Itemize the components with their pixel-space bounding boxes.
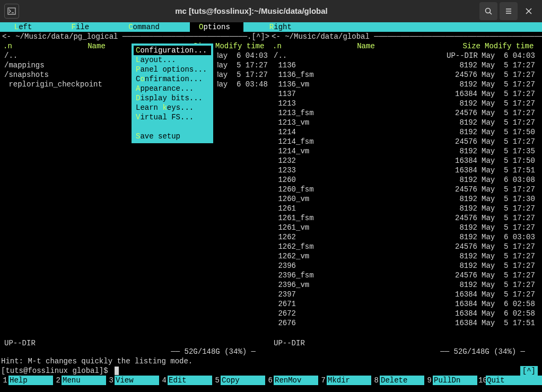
fkey-menu[interactable]: 2Menu [53, 376, 106, 385]
dd-panel-options[interactable]: Panel options... [134, 65, 211, 74]
dd-configuration[interactable]: Configuration... [134, 46, 211, 55]
fkey-pulldn[interactable]: 9PullDn [424, 376, 477, 385]
table-row[interactable]: 12618192May 5 17:27 [272, 204, 536, 213]
panel-right-footer: UP--DIR [272, 337, 536, 347]
panel-right-path: <- ~/Music/data/global ─────────────────… [272, 32, 536, 41]
col-size: Size [450, 41, 483, 51]
dd-confirmation[interactable]: Confirmation... [134, 74, 211, 84]
table-row[interactable]: 2396_fsm24576May 5 17:27 [272, 271, 536, 280]
table-row[interactable]: 2396_vm8192May 5 17:27 [272, 280, 536, 290]
table-row[interactable]: 123316384May 5 17:51 [272, 165, 536, 175]
table-row[interactable]: 1136_vm8192May 5 17:27 [272, 80, 536, 89]
cursor [115, 367, 119, 375]
table-row[interactable]: 1260_vm8192May 5 17:30 [272, 194, 536, 204]
table-row[interactable]: 267216384May 6 02:58 [272, 309, 536, 318]
panel-left-footer: UP--DIR [2, 337, 266, 347]
table-row[interactable]: 23968192May 5 17:27 [272, 261, 536, 271]
panel-left-disk: ── 52G/148G (34%) ─ [2, 347, 266, 356]
workspace: <- ~/Music/data/pg_logical ─────────────… [0, 32, 542, 356]
menu-options[interactable]: Options [190, 22, 243, 32]
dd-save-setup[interactable]: Save setup [134, 132, 211, 141]
window-title: mc [tuts@fosslinux]:~/Music/data/global [25, 6, 477, 16]
table-row[interactable]: 1213_vm8192May 5 17:27 [272, 118, 536, 127]
caret-indicator[interactable]: [^] [520, 366, 538, 376]
menu-file[interactable]: File [63, 22, 103, 32]
dd-layout[interactable]: Layout... [134, 55, 211, 65]
svg-rect-0 [8, 8, 15, 14]
dd-separator [134, 122, 211, 132]
table-row[interactable]: 1262_fsm24576May 5 17:27 [272, 242, 536, 251]
titlebar: mc [tuts@fosslinux]:~/Music/data/global [0, 0, 542, 22]
options-dropdown: Configuration... Layout... Panel options… [132, 43, 213, 143]
table-row[interactable]: 1214_fsm24576May 5 17:27 [272, 137, 536, 146]
table-row[interactable]: 1260_fsm24576May 5 17:27 [272, 185, 536, 194]
fkey-edit[interactable]: 4Edit [159, 376, 212, 385]
table-row[interactable]: 12628192May 6 03:03 [272, 232, 536, 242]
col-n: .n [2, 41, 13, 51]
hint-line: Hint: M-t changes quickly the listing mo… [0, 356, 542, 366]
function-keys: 1Help2Menu3View4Edit5Copy6RenMov7Mkdir8D… [0, 376, 542, 385]
fkey-delete[interactable]: 8Delete [371, 376, 424, 385]
menu-button[interactable] [500, 2, 518, 20]
fkey-help[interactable]: 1Help [0, 376, 53, 385]
table-row[interactable]: 267616384May 5 17:51 [272, 318, 536, 328]
col-name: Name [282, 41, 450, 51]
table-row[interactable]: 12148192May 5 17:50 [272, 127, 536, 137]
table-row[interactable]: 1261_fsm24576May 5 17:27 [272, 213, 536, 223]
table-row[interactable]: 1214_vm8192May 5 17:35 [272, 146, 536, 156]
fkey-copy[interactable]: 5Copy [212, 376, 265, 385]
table-row[interactable]: 11368192May 5 17:27 [272, 60, 536, 70]
svg-line-3 [490, 13, 492, 15]
prompt-line[interactable]: [tuts@fosslinux global]$ [^] [0, 366, 542, 376]
col-modify: Modify time [483, 41, 536, 51]
dd-display-bits[interactable]: Display bits... [134, 93, 211, 103]
search-button[interactable] [479, 2, 497, 20]
menubar: Left File Command Options Right [0, 22, 542, 32]
fkey-view[interactable]: 3View [106, 376, 159, 385]
table-row[interactable]: 1213_fsm24576May 5 17:27 [272, 108, 536, 118]
table-row[interactable]: 12138192May 5 17:27 [272, 99, 536, 108]
terminal-icon [4, 4, 19, 19]
table-row[interactable]: 267116384May 6 02:58 [272, 299, 536, 309]
table-row[interactable]: 1262_vm8192May 5 17:27 [272, 251, 536, 261]
table-row[interactable]: 239716384May 5 17:27 [272, 290, 536, 299]
table-row[interactable]: 1261_vm8192May 5 17:27 [272, 223, 536, 232]
panel-left-path: <- ~/Music/data/pg_logical ─────────────… [2, 32, 266, 41]
close-button[interactable] [520, 2, 538, 20]
dd-appearance[interactable]: Appearance... [134, 84, 211, 93]
fkey-renmov[interactable]: 6RenMov [265, 376, 318, 385]
menu-command[interactable]: Command [119, 22, 173, 32]
panel-right-columns: .n Name Size Modify time [272, 41, 536, 51]
table-row[interactable]: /..UP--DIRMay 6 04:03 [272, 51, 536, 60]
prompt-text: [tuts@fosslinux global]$ [1, 366, 112, 376]
table-row[interactable]: 113716384May 5 17:27 [272, 89, 536, 99]
panel-right-disk: ── 52G/148G (34%) ─ [272, 347, 536, 356]
dd-learn-keys[interactable]: Learn keys... [134, 103, 211, 112]
col-modify: Modify time [213, 41, 266, 51]
fkey-quit[interactable]: 10Quit [477, 376, 530, 385]
panel-right-body[interactable]: /..UP--DIRMay 6 04:03 11368192May 5 17:2… [272, 51, 536, 337]
col-n: .n [272, 41, 282, 51]
menu-left[interactable]: Left [5, 22, 46, 32]
table-row[interactable]: 1136_fsm24576May 5 17:27 [272, 70, 536, 80]
fkey-mkdir[interactable]: 7Mkdir [318, 376, 371, 385]
table-row[interactable]: 123216384May 5 17:50 [272, 156, 536, 165]
panel-right: <- ~/Music/data/global ─────────────────… [272, 32, 536, 356]
dd-virtual-fs[interactable]: Virtual FS... [134, 112, 211, 122]
menu-right[interactable]: Right [260, 22, 305, 32]
table-row[interactable]: 12608192May 6 03:08 [272, 175, 536, 185]
svg-point-2 [486, 8, 491, 13]
